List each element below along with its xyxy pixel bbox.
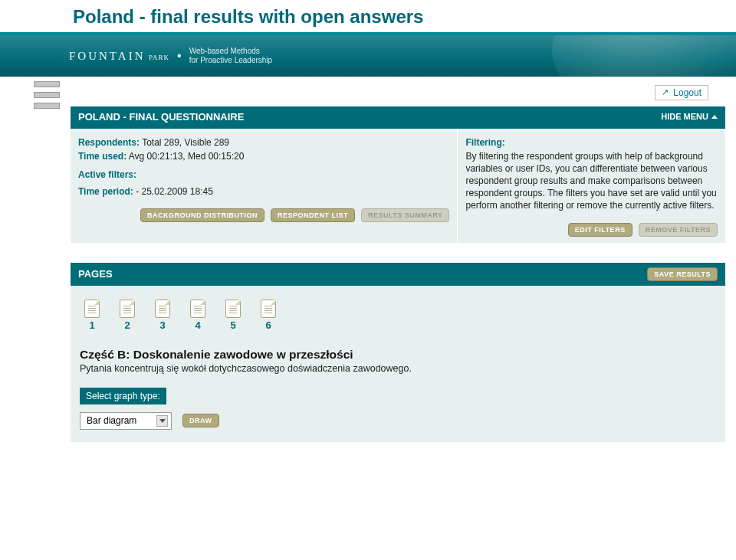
section-subtitle: Pytania koncentrują się wokół dotychczas…	[80, 363, 716, 374]
side-tab[interactable]	[34, 81, 60, 87]
filtering-body: By filtering the respondent groups with …	[465, 150, 718, 212]
results-summary-button[interactable]: RESULTS SUMMARY	[361, 208, 450, 222]
active-filters-label: Active filters:	[78, 169, 136, 180]
select-graph-label: Select graph type:	[80, 388, 166, 404]
logout-label: Logout	[673, 87, 702, 98]
page-icon	[190, 300, 205, 318]
page-num: 5	[230, 319, 235, 331]
logout-button[interactable]: ↗ Logout	[655, 85, 708, 100]
filtering-title: Filtering:	[465, 136, 718, 149]
brand-sub: PARK	[149, 54, 169, 61]
chevron-down-icon	[156, 415, 168, 427]
questionnaire-title: POLAND - FINAL QUESTIONNAIRE	[78, 111, 244, 123]
filtering-cell: Filtering: By filtering the respondent g…	[458, 129, 725, 243]
background-distribution-button[interactable]: BACKGROUND DISTRIBUTION	[140, 208, 264, 222]
page-icon	[120, 300, 135, 318]
respondents-value: Total 289, Visible 289	[142, 137, 229, 148]
page-icon	[225, 300, 241, 318]
tagline: Web-based Methods for Proactive Leadersh…	[189, 47, 272, 65]
page-icon	[261, 300, 276, 318]
page-icon	[84, 300, 100, 318]
tagline-line1: Web-based Methods	[189, 47, 272, 56]
time-period-label: Time period:	[78, 186, 133, 197]
brand-main: FOUNTAIN	[69, 50, 145, 62]
hide-menu-label: HIDE MENU	[661, 112, 708, 121]
side-tabs	[0, 77, 67, 442]
side-tab[interactable]	[34, 92, 60, 98]
tagline-line2: for Proactive Leadership	[189, 56, 272, 65]
page-num: 1	[89, 319, 94, 331]
brand-separator: •	[177, 49, 182, 63]
pages-title: PAGES	[78, 268, 113, 280]
page-icon	[155, 300, 170, 318]
page-icons: 1 2 3 4 5	[80, 296, 716, 339]
edit-filters-button[interactable]: EDIT FILTERS	[568, 223, 632, 237]
time-used-value: Avg 00:21:13, Med 00:15:20	[129, 151, 245, 162]
banner: FOUNTAIN PARK • Web-based Methods for Pr…	[0, 35, 736, 77]
page-link-4[interactable]: 4	[190, 300, 205, 331]
page-link-2[interactable]: 2	[120, 300, 135, 331]
save-results-button[interactable]: SAVE RESULTS	[647, 267, 718, 281]
time-used-label: Time used:	[78, 151, 127, 162]
graph-type-select[interactable]: Bar diagram	[80, 412, 172, 430]
page-link-5[interactable]: 5	[225, 300, 241, 331]
respondents-label: Respondents:	[78, 137, 140, 148]
hide-menu-toggle[interactable]: HIDE MENU	[661, 112, 718, 121]
page-link-6[interactable]: 6	[261, 300, 276, 331]
graph-type-value: Bar diagram	[87, 415, 136, 426]
page-num: 2	[124, 319, 130, 331]
summary-cell: Respondents: Total 289, Visible 289 Time…	[71, 129, 458, 243]
page-num: 4	[195, 319, 200, 331]
questionnaire-header: POLAND - FINAL QUESTIONNAIRE HIDE MENU	[71, 106, 725, 127]
draw-button[interactable]: DRAW	[182, 414, 219, 427]
side-tab[interactable]	[34, 103, 60, 109]
page-title: Poland - final results with open answers	[0, 0, 736, 32]
page-num: 6	[265, 319, 271, 331]
pages-body: 1 2 3 4 5	[71, 286, 725, 442]
respondent-list-button[interactable]: RESPONDENT LIST	[271, 208, 355, 222]
remove-filters-button[interactable]: REMOVE FILTERS	[639, 223, 718, 237]
pages-header: PAGES SAVE RESULTS	[71, 263, 725, 286]
chevron-up-icon	[711, 115, 718, 119]
section-title: Część B: Doskonalenie zawodowe w przeszł…	[80, 348, 716, 362]
time-period-value: - 25.02.2009 18:45	[136, 186, 213, 197]
page-num: 3	[159, 319, 165, 331]
logout-icon: ↗	[662, 87, 669, 97]
page-link-1[interactable]: 1	[84, 300, 100, 331]
page-link-3[interactable]: 3	[155, 300, 170, 331]
